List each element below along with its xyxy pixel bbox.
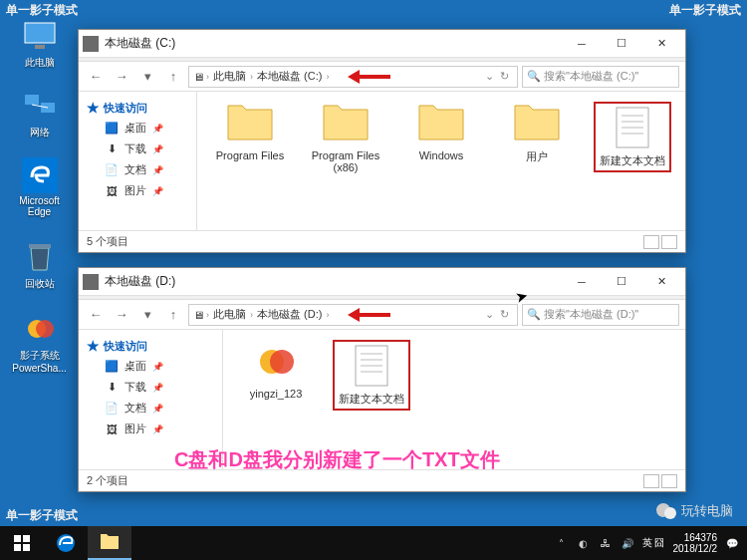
desktop-edge[interactable]: Microsoft Edge <box>12 157 67 217</box>
tray-volume-icon[interactable]: 🔊 <box>621 536 634 550</box>
folder-icon <box>509 102 565 145</box>
item-count: 5 个项目 <box>87 234 128 249</box>
sidebar-quick-access[interactable]: ★快速访问 <box>79 336 222 356</box>
svg-rect-0 <box>25 23 55 43</box>
recent-button[interactable]: ▾ <box>136 66 158 88</box>
maximize-button[interactable]: ☐ <box>602 30 641 58</box>
annotation-text: C盘和D盘我分别新建了一个TXT文件 <box>174 446 500 473</box>
recycle-icon <box>22 239 58 275</box>
wechat-icon <box>655 502 677 520</box>
drive-icon <box>83 274 99 290</box>
titlebar[interactable]: 本地磁盘 (C:) ─ ☐ ✕ <box>79 30 685 58</box>
svg-point-21 <box>664 507 676 519</box>
sidebar-item-pictures[interactable]: 🖼图片 📌 <box>79 180 196 201</box>
txt-icon <box>605 106 660 149</box>
minimize-button[interactable]: ─ <box>562 268 602 296</box>
back-button[interactable]: ← <box>85 66 107 88</box>
minimize-button[interactable]: ─ <box>562 30 602 58</box>
sidebar-item-pictures[interactable]: 🖼图片 📌 <box>79 419 222 439</box>
drive-icon <box>83 36 99 52</box>
search-icon: 🔍 <box>527 70 541 83</box>
sidebar-item-documents[interactable]: 📄文档 📌 <box>79 398 222 419</box>
tray-clock[interactable]: 164376 2018/12/2 <box>673 532 718 554</box>
window-title: 本地磁盘 (C:) <box>105 35 562 52</box>
start-button[interactable] <box>0 526 44 560</box>
view-controls[interactable] <box>643 235 677 249</box>
chevron-down-icon[interactable]: ⌄ <box>485 308 494 321</box>
forward-button[interactable]: → <box>111 66 132 88</box>
folder-users[interactable]: 用户 <box>498 102 576 164</box>
close-button[interactable]: ✕ <box>641 268 681 296</box>
svg-rect-25 <box>23 544 30 551</box>
search-input[interactable]: 🔍 搜索"本地磁盘 (C:)" <box>522 66 679 88</box>
folder-program-files-x86[interactable]: Program Files (x86) <box>307 102 384 173</box>
sidebar-item-downloads[interactable]: ⬇下载 📌 <box>79 139 196 159</box>
pin-icon: 📌 <box>152 362 163 372</box>
search-input[interactable]: 🔍 搜索"本地磁盘 (D:)" <box>522 304 679 326</box>
titlebar[interactable]: 本地磁盘 (D:) ─ ☐ ✕ <box>79 268 685 296</box>
svg-rect-2 <box>25 95 39 105</box>
forward-button[interactable]: → <box>111 304 132 326</box>
breadcrumb[interactable]: 🖥› 此电脑› 本地磁盘 (C:)› ⌄ ↻ <box>188 66 518 88</box>
up-button[interactable]: ↑ <box>162 66 184 88</box>
taskbar-explorer[interactable] <box>88 526 131 560</box>
chevron-down-icon[interactable]: ⌄ <box>485 70 494 83</box>
watermark-bl: 单一影子模式 <box>6 507 78 524</box>
annotation-arrow <box>341 70 390 84</box>
refresh-icon[interactable]: ↻ <box>500 308 509 321</box>
star-icon: ★ <box>87 338 100 354</box>
taskbar-edge[interactable] <box>44 526 88 560</box>
doc-icon: 📄 <box>105 163 119 177</box>
file-new-txt[interactable]: 新建文本文档 <box>594 102 671 172</box>
sidebar-quick-access[interactable]: ★快速访问 <box>79 98 196 118</box>
item-count: 2 个项目 <box>87 473 128 488</box>
pin-icon: 📌 <box>152 424 163 434</box>
refresh-icon[interactable]: ↻ <box>500 70 509 83</box>
pin-icon: 📌 <box>152 144 163 154</box>
sidebar-item-downloads[interactable]: ⬇下载 📌 <box>79 377 222 398</box>
sidebar-item-documents[interactable]: 📄文档 📌 <box>79 159 196 180</box>
tray-ime[interactable]: 英 囧 <box>642 536 665 550</box>
download-icon: ⬇ <box>105 381 119 395</box>
folder-windows[interactable]: Windows <box>402 102 480 161</box>
sidebar-item-desktop[interactable]: 🟦桌面 📌 <box>79 356 222 377</box>
tray-app-icon[interactable]: ◐ <box>577 536 591 550</box>
close-button[interactable]: ✕ <box>641 30 681 58</box>
doc-icon: 📄 <box>105 402 119 416</box>
svg-point-7 <box>36 320 54 338</box>
folder-icon <box>222 102 278 145</box>
maximize-button[interactable]: ☐ <box>602 268 641 296</box>
desktop-recycle[interactable]: 回收站 <box>12 239 67 291</box>
pin-icon: 📌 <box>152 404 163 414</box>
edge-icon <box>22 157 58 193</box>
pin-icon: 📌 <box>152 383 163 393</box>
pc-icon: 🖥 <box>193 71 204 83</box>
tray-up-icon[interactable]: ˄ <box>555 536 569 550</box>
window-title: 本地磁盘 (D:) <box>105 273 562 290</box>
network-icon <box>22 88 58 124</box>
up-button[interactable]: ↑ <box>162 304 184 326</box>
breadcrumb[interactable]: 🖥› 此电脑› 本地磁盘 (D:)› ⌄ ↻ <box>188 304 518 326</box>
tray-notifications-icon[interactable]: 💬 <box>725 536 739 550</box>
sidebar-item-desktop[interactable]: 🟦桌面 📌 <box>79 118 196 139</box>
view-controls[interactable] <box>643 474 677 488</box>
svg-rect-1 <box>35 45 45 49</box>
desktop-this-pc[interactable]: 此电脑 <box>12 18 67 70</box>
download-icon: ⬇ <box>105 142 119 156</box>
desktop-icon: 🟦 <box>105 360 119 374</box>
svg-rect-23 <box>23 535 30 542</box>
folder-icon <box>413 102 469 145</box>
recent-button[interactable]: ▾ <box>136 304 158 326</box>
file-new-txt[interactable]: 新建文本文档 <box>333 340 410 411</box>
file-list[interactable]: Program Files Program Files (x86) Window… <box>197 92 685 230</box>
desktop-network[interactable]: 网络 <box>12 88 67 140</box>
desktop-shadow[interactable]: 影子系统 PowerSha... <box>12 311 67 374</box>
file-yingzi[interactable]: yingzi_123 <box>237 340 315 400</box>
back-button[interactable]: ← <box>85 304 107 326</box>
pc-icon: 🖥 <box>193 309 204 321</box>
shadow-icon <box>22 311 58 347</box>
pin-icon: 📌 <box>152 186 163 196</box>
address-bar: ← → ▾ ↑ 🖥› 此电脑› 本地磁盘 (C:)› ⌄ ↻ 🔍 搜索"本地磁盘… <box>79 62 685 92</box>
tray-network-icon[interactable]: 🖧 <box>599 536 613 550</box>
folder-program-files[interactable]: Program Files <box>211 102 289 161</box>
